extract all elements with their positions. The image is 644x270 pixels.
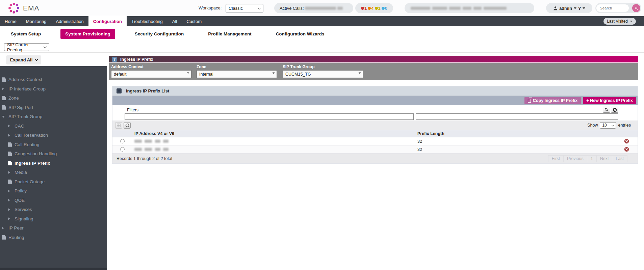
- selector-dropdown[interactable]: CUCM15_TG: [283, 70, 363, 78]
- filter-clear-button[interactable]: [611, 107, 618, 113]
- collapse-arrow-icon: [2, 116, 5, 118]
- tree-item-label: IP Peer: [8, 225, 24, 231]
- tree-item[interactable]: Zone: [0, 93, 107, 103]
- delete-row-button[interactable]: [624, 147, 629, 152]
- filters-section: Filters: [112, 105, 638, 120]
- row-select-radio[interactable]: [120, 139, 125, 143]
- ip-address-cell-redacted: [132, 139, 415, 144]
- table-toolbar: Show 10 entries: [112, 120, 638, 130]
- pagination-item[interactable]: Last: [612, 155, 627, 162]
- page-title: Ingress IP Prefix: [120, 57, 153, 62]
- nav-item[interactable]: Custom: [182, 16, 206, 26]
- clear-circle-x-icon: [613, 108, 617, 112]
- tree-item[interactable]: Media: [0, 168, 107, 177]
- user-menu[interactable]: admin ?: [546, 3, 592, 13]
- tree-item[interactable]: Call Routing: [0, 140, 107, 150]
- subnav-tab-label: Profile Management: [208, 31, 251, 36]
- tree-item[interactable]: Policy: [0, 186, 107, 196]
- workspace-select[interactable]: Classic: [226, 4, 263, 12]
- expand-arrow-icon: [8, 190, 10, 192]
- tree-item[interactable]: Packet Outage: [0, 177, 107, 187]
- table-row: 32: [112, 145, 638, 154]
- nav-item-label: Custom: [186, 19, 202, 24]
- selector-dropdown[interactable]: default: [111, 70, 191, 78]
- column-settings-button[interactable]: [115, 122, 122, 129]
- list-panel-title: Ingress IP Prefix List: [126, 88, 169, 93]
- nav-item[interactable]: Administration: [51, 16, 88, 26]
- subnav-tab[interactable]: Profile Management: [203, 29, 256, 39]
- tree-item-icon-slot: [8, 134, 13, 137]
- help-menu[interactable]: ?: [578, 6, 581, 11]
- page-titlebar: ? Ingress IP Prefix: [109, 56, 638, 62]
- new-ingress-ip-prefix-button[interactable]: + New Ingress IP Prefix: [583, 97, 636, 104]
- tree-item[interactable]: CAC: [0, 122, 107, 131]
- prefix-length-filter-input[interactable]: [416, 113, 618, 120]
- tree-item-icon-slot: [8, 161, 13, 165]
- tree-item-label: Policy: [15, 188, 27, 193]
- row-select-radio[interactable]: [120, 147, 125, 152]
- file-icon: [2, 77, 6, 82]
- table-header-row: IP Address V4 or V6 Prefix Length: [112, 130, 638, 137]
- tree-item[interactable]: Congestion Handling: [0, 149, 107, 159]
- tree-item[interactable]: Call Reservation: [0, 131, 107, 140]
- subnav-tab[interactable]: Security Configuration: [130, 29, 189, 39]
- subnav-tab[interactable]: System Setup: [6, 29, 46, 39]
- tree-item-label: CAC: [15, 124, 24, 129]
- nav-item[interactable]: Troubleshooting: [127, 16, 168, 26]
- tree-item-icon-slot: [8, 142, 13, 147]
- prefix-length-cell: 32: [415, 139, 616, 144]
- chevron-down-icon: [273, 72, 275, 74]
- selector-value: default: [114, 72, 127, 77]
- tree-item[interactable]: IP Peer: [0, 223, 107, 233]
- nav-item-label: Troubleshooting: [131, 19, 163, 24]
- tree-item[interactable]: Routing: [0, 233, 107, 242]
- selector-dropdown[interactable]: Internal: [197, 70, 277, 78]
- page-size-select[interactable]: 10: [600, 122, 616, 129]
- selector-value: Internal: [199, 72, 213, 77]
- search-input[interactable]: [596, 4, 629, 12]
- delete-row-button[interactable]: [624, 139, 629, 144]
- tree-item[interactable]: QOE: [0, 196, 107, 205]
- tree-item[interactable]: Address Context: [0, 75, 107, 84]
- tree-item-label: Address Context: [8, 77, 42, 82]
- tree-item[interactable]: Ingress IP Prefix: [0, 159, 107, 168]
- expand-arrow-icon: [8, 208, 10, 211]
- expand-all-button[interactable]: Expand All: [6, 55, 41, 64]
- tree-item[interactable]: Services: [0, 205, 107, 214]
- collapse-icon[interactable]: −: [117, 88, 122, 93]
- tree-item[interactable]: IP Interface Group: [0, 84, 107, 94]
- chevron-down-icon: [583, 7, 585, 9]
- copy-ingress-ip-prefix-button[interactable]: Copy Ingress IP Prefix: [524, 97, 581, 104]
- filters-label: Filters: [127, 108, 138, 112]
- status-count: 4: [371, 6, 373, 11]
- nav-item[interactable]: Configuration: [88, 16, 127, 26]
- pagination-item[interactable]: Next: [596, 155, 612, 162]
- subnav-tab[interactable]: System Provisioning: [60, 29, 115, 39]
- pagination-item[interactable]: Previous: [563, 155, 587, 162]
- tree-item[interactable]: Signaling: [0, 214, 107, 224]
- main-content: ? Ingress IP Prefix Address Context defa…: [109, 56, 638, 265]
- nav-item[interactable]: All: [168, 16, 182, 26]
- status-dot-icon: [361, 7, 364, 10]
- pagination-item[interactable]: 1: [587, 155, 596, 162]
- pagination-item[interactable]: First: [548, 155, 563, 162]
- last-visited-button[interactable]: Last Visited: [603, 18, 636, 25]
- show-label: Show: [587, 123, 598, 128]
- filter-search-button[interactable]: [603, 107, 610, 113]
- refresh-button[interactable]: [124, 122, 131, 129]
- category-select[interactable]: SIP Carrier Peering: [4, 43, 49, 51]
- ip-address-filter-input[interactable]: [125, 113, 414, 120]
- tree-controls-row: Expand All: [0, 53, 107, 66]
- refresh-icon: [125, 123, 129, 127]
- file-icon: [2, 96, 6, 100]
- nav-item[interactable]: Home: [0, 16, 21, 26]
- status-count: 0: [385, 6, 387, 11]
- search-button[interactable]: [632, 4, 640, 12]
- tree-item[interactable]: SIP Sig Port: [0, 103, 107, 112]
- help-icon[interactable]: ?: [112, 57, 117, 62]
- expand-arrow-icon: [8, 217, 10, 220]
- tree-item[interactable]: SIP Trunk Group: [0, 112, 107, 122]
- subnav-tab[interactable]: Configuration Wizards: [271, 29, 329, 39]
- expand-all-label: Expand All: [10, 57, 33, 62]
- nav-item[interactable]: Monitoring: [21, 16, 51, 26]
